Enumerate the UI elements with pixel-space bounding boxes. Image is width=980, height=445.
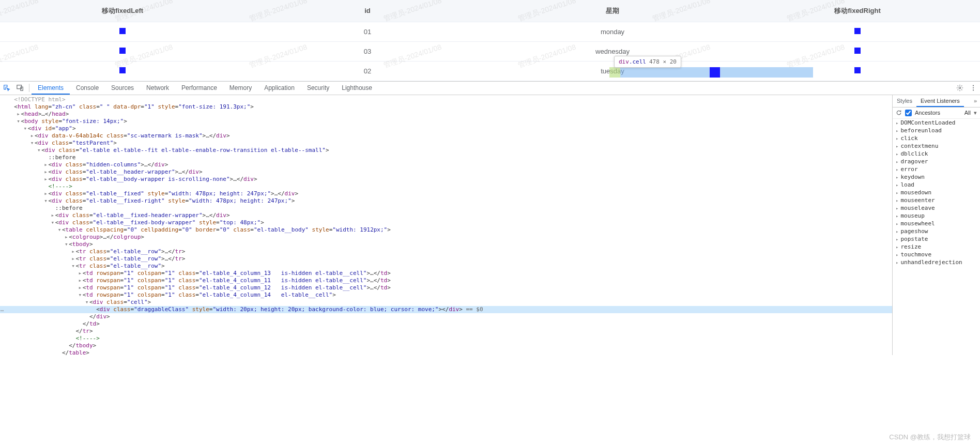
tooltip-class: .cell bbox=[629, 58, 646, 65]
event-contextmenu[interactable]: contextmenu bbox=[893, 142, 980, 150]
sidebar-tab-event-listeners[interactable]: Event Listeners bbox=[916, 95, 964, 107]
dom-line[interactable]: ▸<td rowspan="1" colspan="1" class="el-t… bbox=[0, 284, 892, 291]
dom-line[interactable]: <!----> bbox=[0, 335, 892, 342]
settings-gear-icon[interactable] bbox=[953, 81, 967, 95]
dom-line[interactable]: ▾<body style="font-size: 14px;"> bbox=[0, 118, 892, 125]
event-resize[interactable]: resize bbox=[893, 243, 980, 251]
col-week: 星期 bbox=[490, 0, 735, 22]
dom-line[interactable]: ▾<div class="el-table el-table--fit el-t… bbox=[0, 147, 892, 154]
cell-id: 03 bbox=[245, 41, 490, 61]
dom-line[interactable]: ▾<div class="el-table__fixed-right" styl… bbox=[0, 197, 892, 205]
dom-line[interactable]: ▾<div class="cell"> bbox=[0, 299, 892, 306]
dom-line[interactable]: ▸<colgroup>…</colgroup> bbox=[0, 234, 892, 241]
dom-line[interactable]: ▸<div class="el-table__fixed" style="wid… bbox=[0, 190, 892, 197]
col-fixed-right: 移动fixedRight bbox=[735, 0, 980, 22]
device-toolbar-icon[interactable] bbox=[13, 81, 27, 95]
dom-line[interactable]: </tr> bbox=[0, 328, 892, 335]
dom-line[interactable]: <!----> bbox=[0, 183, 892, 190]
devtools-tab-lighthouse[interactable]: Lighthouse bbox=[335, 81, 378, 95]
dom-line[interactable]: </div> bbox=[0, 313, 892, 320]
drag-handle-icon[interactable] bbox=[119, 48, 126, 54]
drag-handle-icon[interactable] bbox=[119, 28, 126, 34]
event-touchmove[interactable]: touchmove bbox=[893, 251, 980, 258]
ancestors-checkbox[interactable] bbox=[905, 110, 912, 116]
dom-line[interactable]: <!DOCTYPE html> bbox=[0, 96, 892, 103]
cell-fixed-left[interactable] bbox=[0, 22, 245, 41]
devtools-sidebar: Styles Event Listeners » Ancestors All ▾… bbox=[892, 95, 980, 355]
event-error[interactable]: error bbox=[893, 165, 980, 173]
devtools-tab-sources[interactable]: Sources bbox=[105, 81, 140, 95]
all-label[interactable]: All bbox=[964, 110, 971, 116]
event-dragover[interactable]: dragover bbox=[893, 158, 980, 165]
event-click[interactable]: click bbox=[893, 134, 980, 142]
dom-line[interactable]: ▾<table cellspacing="0" cellpadding="0" … bbox=[0, 226, 892, 234]
dom-line[interactable]: ▾<td rowspan="1" colspan="1" class="el-t… bbox=[0, 291, 892, 299]
dom-line[interactable]: </table> bbox=[0, 349, 892, 355]
dom-line[interactable]: ▸<td rowspan="1" colspan="1" class="el-t… bbox=[0, 270, 892, 277]
dom-line[interactable]: ▸<div class="el-table__header-wrapper">…… bbox=[0, 168, 892, 176]
refresh-icon[interactable] bbox=[896, 110, 902, 116]
svg-point-5 bbox=[973, 89, 974, 90]
cell-fixed-right[interactable] bbox=[735, 41, 980, 61]
dom-line[interactable]: … <div class="draggableClass" style="wid… bbox=[0, 306, 892, 313]
sidebar-toolbar: Ancestors All ▾ bbox=[893, 108, 980, 119]
inspect-highlight-margin bbox=[609, 67, 620, 78]
dom-line[interactable]: ::before bbox=[0, 205, 892, 212]
cell-fixed-left[interactable] bbox=[0, 61, 245, 81]
event-dblclick[interactable]: dblclick bbox=[893, 150, 980, 158]
dom-line[interactable]: ▾<div id="app"> bbox=[0, 125, 892, 132]
dropdown-icon[interactable]: ▾ bbox=[974, 110, 977, 116]
sidebar-more-icon[interactable]: » bbox=[971, 98, 980, 104]
drag-handle-icon[interactable] bbox=[854, 48, 861, 54]
event-DOMContentLoaded[interactable]: DOMContentLoaded bbox=[893, 119, 980, 127]
event-keydown[interactable]: keydown bbox=[893, 173, 980, 181]
event-mouseup[interactable]: mouseup bbox=[893, 212, 980, 220]
event-load[interactable]: load bbox=[893, 181, 980, 189]
sidebar-tab-styles[interactable]: Styles bbox=[893, 95, 916, 107]
inspect-tooltip: div.cell478 × 20 bbox=[614, 56, 681, 68]
devtools-tab-memory[interactable]: Memory bbox=[223, 81, 258, 95]
dom-tree[interactable]: <!DOCTYPE html> <html lang="zh-cn" class… bbox=[0, 95, 892, 355]
dom-line[interactable]: </td> bbox=[0, 320, 892, 328]
dom-line[interactable]: ▾<div class="el-table__fixed-body-wrappe… bbox=[0, 219, 892, 226]
dom-line[interactable]: <html lang="zh-cn" class=" " data-dpr="1… bbox=[0, 103, 892, 111]
cell-week: wednesday bbox=[490, 41, 735, 61]
devtools-tab-security[interactable]: Security bbox=[301, 81, 335, 95]
event-pageshow[interactable]: pageshow bbox=[893, 227, 980, 235]
cell-week: monday bbox=[490, 22, 735, 41]
dom-line[interactable]: ▸<tr class="el-table__row">…</tr> bbox=[0, 255, 892, 263]
cell-fixed-right[interactable] bbox=[735, 22, 980, 41]
devtools-tab-performance[interactable]: Performance bbox=[175, 81, 223, 95]
cell-fixed-left[interactable] bbox=[0, 41, 245, 61]
drag-handle-icon[interactable] bbox=[854, 28, 861, 34]
drag-handle-icon[interactable] bbox=[119, 67, 126, 73]
devtools-tab-network[interactable]: Network bbox=[140, 81, 175, 95]
event-beforeunload[interactable]: beforeunload bbox=[893, 127, 980, 134]
drag-handle-icon[interactable] bbox=[854, 67, 861, 73]
devtools-tab-console[interactable]: Console bbox=[70, 81, 105, 95]
dom-line[interactable]: ▸<td rowspan="1" colspan="1" class="el-t… bbox=[0, 277, 892, 284]
dom-line[interactable]: ▸<div class="el-table__body-wrapper is-s… bbox=[0, 176, 892, 183]
event-popstate[interactable]: popstate bbox=[893, 235, 980, 243]
event-mousewheel[interactable]: mousewheel bbox=[893, 220, 980, 227]
dom-line[interactable]: ▸<div data-v-64ab1a4c class="sc-watermar… bbox=[0, 132, 892, 140]
svg-point-4 bbox=[973, 87, 974, 88]
devtools-tab-application[interactable]: Application bbox=[258, 81, 301, 95]
dom-line[interactable]: ▾<tr class="el-table__row"> bbox=[0, 263, 892, 270]
dom-line[interactable]: </tbody> bbox=[0, 342, 892, 349]
more-menu-icon[interactable] bbox=[967, 81, 980, 95]
inspect-element-icon[interactable] bbox=[0, 81, 13, 95]
devtools-tab-elements[interactable]: Elements bbox=[32, 81, 70, 95]
dom-line[interactable]: ▾<div class="testParent"> bbox=[0, 140, 892, 147]
svg-point-2 bbox=[959, 87, 961, 89]
dom-line[interactable]: ▸<head>…</head> bbox=[0, 111, 892, 118]
event-mouseenter[interactable]: mouseenter bbox=[893, 196, 980, 204]
dom-line[interactable]: ▸<div class="hidden-columns">…</div> bbox=[0, 161, 892, 168]
dom-line[interactable]: ▾<tbody> bbox=[0, 241, 892, 248]
dom-line[interactable]: ▸<div class="el-table__fixed-header-wrap… bbox=[0, 212, 892, 219]
dom-line[interactable]: ::before bbox=[0, 154, 892, 161]
event-mousedown[interactable]: mousedown bbox=[893, 189, 980, 196]
event-unhandledrejection[interactable]: unhandledrejection bbox=[893, 258, 980, 266]
dom-line[interactable]: ▸<tr class="el-table__row">…</tr> bbox=[0, 248, 892, 255]
event-mouseleave[interactable]: mouseleave bbox=[893, 204, 980, 212]
